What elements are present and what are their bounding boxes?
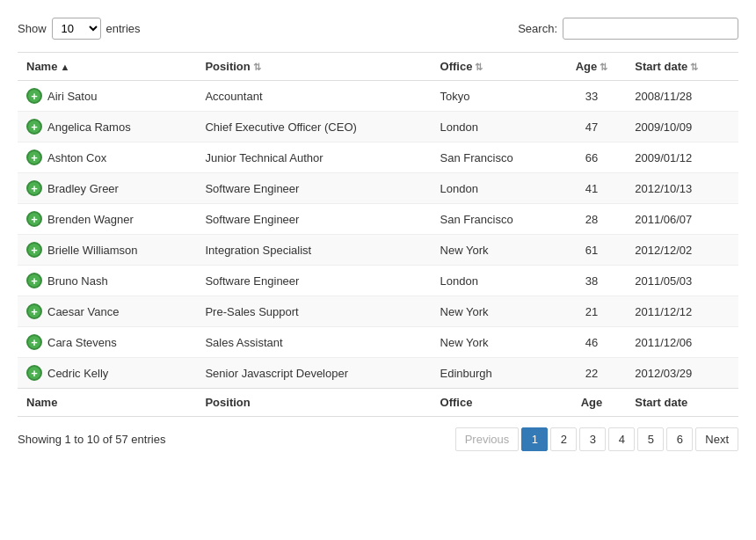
office-cell: London xyxy=(432,173,557,204)
expand-row-icon[interactable]: + xyxy=(26,242,42,258)
startdate-cell: 2009/10/09 xyxy=(626,112,738,142)
position-cell: Junior Technical Author xyxy=(196,142,431,173)
name-cell: + Brielle Williamson xyxy=(18,235,196,266)
office-cell: London xyxy=(432,266,557,296)
age-cell: 38 xyxy=(557,266,627,296)
foot-col-startdate: Start date xyxy=(626,389,738,417)
show-entries-control: Show 10 25 50 100 entries xyxy=(18,18,141,40)
table-row: + Caesar Vance Pre-Sales SupportNew York… xyxy=(18,296,738,327)
col-startdate-header[interactable]: Start date xyxy=(626,53,738,81)
startdate-cell: 2011/05/03 xyxy=(626,266,738,296)
col-position-header[interactable]: Position xyxy=(196,53,431,81)
age-cell: 28 xyxy=(557,204,627,235)
page-5-button[interactable]: 5 xyxy=(637,427,664,451)
age-cell: 41 xyxy=(557,173,627,204)
pagination: Previous 1 2 3 4 5 6 Next xyxy=(455,427,738,451)
table-row: + Brenden Wagner Software EngineerSan Fr… xyxy=(18,204,738,235)
position-cell: Sales Assistant xyxy=(196,327,431,358)
row-name: Brenden Wagner xyxy=(47,213,134,226)
row-name: Cara Stevens xyxy=(47,336,117,349)
expand-row-icon[interactable]: + xyxy=(26,365,42,381)
table-row: + Cedric Kelly Senior Javascript Develop… xyxy=(18,358,738,389)
next-button[interactable]: Next xyxy=(695,427,738,451)
name-cell: + Bruno Nash xyxy=(18,266,196,296)
office-cell: New York xyxy=(432,296,557,327)
entries-select[interactable]: 10 25 50 100 xyxy=(52,18,101,40)
startdate-cell: 2011/12/12 xyxy=(626,296,738,327)
expand-row-icon[interactable]: + xyxy=(26,211,42,227)
foot-col-position: Position xyxy=(196,389,431,417)
page-3-button[interactable]: 3 xyxy=(579,427,606,451)
expand-row-icon[interactable]: + xyxy=(26,334,42,350)
header-row: Name Position Office Age Start date xyxy=(18,53,738,81)
foot-col-name: Name xyxy=(18,389,196,417)
expand-row-icon[interactable]: + xyxy=(26,88,42,104)
office-cell: London xyxy=(432,112,557,142)
showing-text: Showing 1 to 10 of 57 entries xyxy=(18,433,165,446)
office-cell: San Francisco xyxy=(432,204,557,235)
age-cell: 47 xyxy=(557,112,627,142)
search-input[interactable] xyxy=(563,18,738,40)
row-name: Bradley Greer xyxy=(47,182,119,195)
table-row: + Cara Stevens Sales AssistantNew York46… xyxy=(18,327,738,358)
col-name-header[interactable]: Name xyxy=(18,53,196,81)
age-cell: 33 xyxy=(557,81,627,112)
row-name: Airi Satou xyxy=(47,90,97,103)
office-cell: Tokyo xyxy=(432,81,557,112)
table-row: + Angelica Ramos Chief Executive Officer… xyxy=(18,112,738,142)
age-cell: 61 xyxy=(557,235,627,266)
position-cell: Software Engineer xyxy=(196,266,431,296)
name-cell: + Ashton Cox xyxy=(18,142,196,173)
page-6-button[interactable]: 6 xyxy=(666,427,693,451)
row-name: Cedric Kelly xyxy=(47,367,108,380)
name-cell: + Airi Satou xyxy=(18,81,196,112)
table-row: + Brielle Williamson Integration Special… xyxy=(18,235,738,266)
office-cell: Edinburgh xyxy=(432,358,557,389)
previous-button[interactable]: Previous xyxy=(455,427,520,451)
table-row: + Airi Satou AccountantTokyo332008/11/28 xyxy=(18,81,738,112)
name-cell: + Cedric Kelly xyxy=(18,358,196,389)
office-cell: New York xyxy=(432,327,557,358)
position-cell: Software Engineer xyxy=(196,204,431,235)
name-cell: + Brenden Wagner xyxy=(18,204,196,235)
search-box: Search: xyxy=(518,18,738,40)
row-name: Caesar Vance xyxy=(47,305,119,318)
page-2-button[interactable]: 2 xyxy=(550,427,577,451)
foot-col-age: Age xyxy=(557,389,627,417)
startdate-cell: 2009/01/12 xyxy=(626,142,738,173)
age-cell: 46 xyxy=(557,327,627,358)
page-1-button[interactable]: 1 xyxy=(521,427,548,451)
name-cell: + Angelica Ramos xyxy=(18,112,196,142)
age-cell: 22 xyxy=(557,358,627,389)
entries-label: entries xyxy=(106,22,141,35)
age-cell: 66 xyxy=(557,142,627,173)
footer-row: Name Position Office Age Start date xyxy=(18,389,738,417)
startdate-cell: 2011/12/06 xyxy=(626,327,738,358)
col-office-header[interactable]: Office xyxy=(432,53,557,81)
top-controls: Show 10 25 50 100 entries Search: xyxy=(18,18,738,40)
position-cell: Chief Executive Officer (CEO) xyxy=(196,112,431,142)
expand-row-icon[interactable]: + xyxy=(26,119,42,135)
startdate-cell: 2012/03/29 xyxy=(626,358,738,389)
expand-row-icon[interactable]: + xyxy=(26,273,42,288)
position-cell: Accountant xyxy=(196,81,431,112)
position-cell: Pre-Sales Support xyxy=(196,296,431,327)
position-cell: Software Engineer xyxy=(196,173,431,204)
office-cell: San Francisco xyxy=(432,142,557,173)
name-cell: + Bradley Greer xyxy=(18,173,196,204)
expand-row-icon[interactable]: + xyxy=(26,150,42,165)
col-age-header[interactable]: Age xyxy=(557,53,627,81)
expand-row-icon[interactable]: + xyxy=(26,180,42,196)
row-name: Brielle Williamson xyxy=(47,244,138,257)
search-label: Search: xyxy=(518,22,557,35)
name-cell: + Cara Stevens xyxy=(18,327,196,358)
table-row: + Bruno Nash Software EngineerLondon3820… xyxy=(18,266,738,296)
row-name: Angelica Ramos xyxy=(47,120,131,134)
row-name: Ashton Cox xyxy=(47,151,106,164)
age-cell: 21 xyxy=(557,296,627,327)
startdate-cell: 2012/10/13 xyxy=(626,173,738,204)
bottom-controls: Showing 1 to 10 of 57 entries Previous 1… xyxy=(18,427,738,451)
expand-row-icon[interactable]: + xyxy=(26,303,42,319)
show-label: Show xyxy=(18,22,47,35)
page-4-button[interactable]: 4 xyxy=(608,427,635,451)
